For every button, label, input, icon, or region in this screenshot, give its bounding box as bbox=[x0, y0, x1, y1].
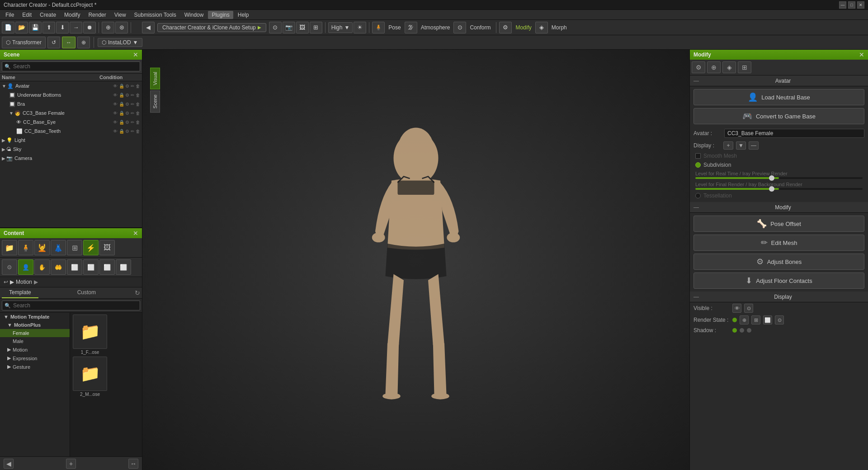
edit-mesh-btn[interactable]: ✏ Edit Mesh bbox=[693, 235, 864, 251]
motion-back-btn[interactable]: ↩ bbox=[4, 279, 8, 285]
modify-icon-btn[interactable]: ⚙ bbox=[499, 22, 512, 33]
display-btn-minus[interactable]: — bbox=[749, 141, 759, 150]
menu-window[interactable]: Window bbox=[181, 11, 208, 19]
display-section-header[interactable]: — Display bbox=[690, 291, 868, 302]
pose-icon-btn[interactable]: 🧍 bbox=[372, 22, 385, 33]
tree-item-eye[interactable]: 👁 CC_Base_Eye 👁 🔒 ⚙ ✏ 🗑 bbox=[0, 118, 142, 127]
instalod-btn[interactable]: ⬡ InstaLOD ▼ bbox=[98, 38, 142, 47]
content-icon-character[interactable]: 🧍 bbox=[18, 240, 33, 255]
thumb-1[interactable]: 📁 1_F...ose bbox=[72, 315, 108, 355]
tree-female[interactable]: Female bbox=[0, 329, 70, 337]
tree-motion[interactable]: ▶ Motion bbox=[0, 345, 70, 354]
smooth-mesh-cb[interactable] bbox=[695, 153, 701, 159]
content-icon-sm2[interactable]: 👤 bbox=[18, 259, 33, 275]
menu-file[interactable]: File bbox=[2, 11, 18, 19]
record-btn[interactable]: ⏺ bbox=[83, 22, 96, 33]
modify-tab-bones[interactable]: ⊕ bbox=[707, 61, 721, 73]
avatar-section-header[interactable]: — Avatar bbox=[690, 75, 868, 86]
import-btn[interactable]: ⬇ bbox=[56, 22, 69, 33]
light-arrow[interactable]: ▶ bbox=[2, 138, 5, 143]
conform-label[interactable]: Conform bbox=[467, 24, 493, 31]
scene-search-input[interactable] bbox=[2, 61, 140, 71]
menu-modify[interactable]: Modify bbox=[61, 11, 84, 19]
thumb-2[interactable]: 📁 2_M...ose bbox=[72, 357, 108, 397]
menu-view[interactable]: View bbox=[111, 11, 130, 19]
cc3base-arrow[interactable]: ▼ bbox=[9, 111, 14, 116]
maximize-btn[interactable]: □ bbox=[848, 1, 855, 9]
open-btn[interactable]: 📂 bbox=[15, 22, 28, 33]
final-slider-thumb[interactable] bbox=[769, 186, 774, 192]
display-btn-plus[interactable]: + bbox=[723, 141, 733, 150]
footer-add-btn[interactable]: + bbox=[66, 459, 76, 469]
content-icon-sm6[interactable]: ⬜ bbox=[83, 259, 99, 275]
display-btn-down[interactable]: ▼ bbox=[736, 141, 746, 150]
tree-item-avatar[interactable]: ▼ 👤 Avatar 👁 🔒 ⚙ ✏ 🗑 bbox=[0, 81, 142, 90]
tree-male[interactable]: Male bbox=[0, 337, 70, 345]
menu-create[interactable]: Create bbox=[36, 11, 60, 19]
transformer-btn[interactable]: ⬡ Transformer bbox=[2, 37, 46, 48]
modify-tab-settings[interactable]: ⚙ bbox=[692, 61, 705, 73]
tree-item-cc3base[interactable]: ▼ 🧑 CC3_Base Female 👁 🔒 ⚙ ✏ 🗑 bbox=[0, 108, 142, 118]
minimize-btn[interactable]: — bbox=[839, 1, 846, 9]
morph-icon-btn[interactable]: ◈ bbox=[535, 22, 548, 33]
load-neutral-btn[interactable]: 👤 Load Neutral Base bbox=[693, 89, 864, 105]
modify-tab-morph[interactable]: ◈ bbox=[722, 61, 736, 73]
tree-item-sky[interactable]: ▶ 🌤 Sky bbox=[0, 145, 142, 154]
subdivision-radio[interactable] bbox=[695, 162, 701, 168]
modify-label[interactable]: Modify bbox=[513, 24, 534, 31]
content-icon-sm5[interactable]: ⬜ bbox=[67, 259, 82, 275]
render-btn3[interactable]: ⬜ bbox=[763, 315, 772, 324]
content-icon-cloth[interactable]: 👗 bbox=[51, 240, 66, 255]
modify-tab-material[interactable]: ⊞ bbox=[738, 61, 751, 73]
tab-custom[interactable]: Custom bbox=[70, 287, 103, 298]
export-btn[interactable]: ⬆ bbox=[42, 22, 55, 33]
avatar-arrow[interactable]: ▼ bbox=[2, 84, 6, 89]
footer-expand-btn[interactable]: ↔ bbox=[128, 459, 138, 469]
new-btn[interactable]: 📄 bbox=[2, 22, 14, 33]
tree-item-underwear[interactable]: 🔲 Underwear Bottoms 👁 🔒 ⚙ ✏ 🗑 bbox=[0, 90, 142, 99]
render-btn4[interactable]: ⊙ bbox=[775, 315, 784, 324]
content-icon-scene[interactable]: 🖼 bbox=[99, 240, 115, 255]
tree-item-light[interactable]: ▶ 💡 Light bbox=[0, 136, 142, 145]
tree-motion-template[interactable]: ▼ Motion Template bbox=[0, 313, 70, 321]
content-panel-close[interactable]: ✕ bbox=[133, 230, 138, 237]
tree-item-bra[interactable]: 🔲 Bra 👁 🔒 ⚙ ✏ 🗑 bbox=[0, 99, 142, 108]
final-slider-track[interactable] bbox=[695, 188, 863, 190]
nav-back-btn[interactable]: ◀ bbox=[142, 22, 155, 33]
tree-expression[interactable]: ▶ Expression bbox=[0, 354, 70, 362]
atmosphere-icon-btn[interactable]: 🌫 bbox=[405, 22, 417, 33]
content-icon-sm1[interactable]: ⚙ bbox=[2, 259, 17, 275]
menu-plugins[interactable]: Plugins bbox=[208, 11, 233, 19]
camera-btn[interactable]: 📷 bbox=[283, 22, 295, 33]
light-btn[interactable]: ☀ bbox=[354, 22, 366, 33]
tab-template[interactable]: Template bbox=[2, 287, 38, 298]
pose-offset-btn[interactable]: 🦴 Pose Offset bbox=[693, 216, 864, 232]
move-btn[interactable]: ↔ bbox=[62, 37, 75, 48]
quality-dropdown[interactable]: High ▼ bbox=[328, 22, 353, 33]
send-btn[interactable]: → bbox=[70, 22, 82, 33]
motion-expand-btn[interactable]: ▶ bbox=[10, 279, 14, 285]
conform-icon-btn[interactable]: ⊙ bbox=[453, 22, 466, 33]
adjust-bones-btn[interactable]: ⚙ Adjust Bones bbox=[693, 254, 864, 270]
content-icon-sm3[interactable]: ✋ bbox=[34, 259, 50, 275]
plugin-badge[interactable]: Character Creator & iClone Auto Setup ▶ bbox=[157, 23, 266, 32]
viewport[interactable] bbox=[142, 50, 689, 470]
content-icon-sm8[interactable]: ⬜ bbox=[116, 259, 131, 275]
tree-motionplus[interactable]: ▼ MotionPlus bbox=[0, 321, 70, 329]
morph-label[interactable]: Morph bbox=[549, 24, 570, 31]
content-icon-sm7[interactable]: ⬜ bbox=[99, 259, 115, 275]
menu-submission-tools[interactable]: Submission Tools bbox=[131, 11, 180, 19]
content-refresh-btn[interactable]: ↻ bbox=[135, 289, 140, 296]
tree-gesture[interactable]: ▶ Gesture bbox=[0, 362, 70, 371]
select-btn[interactable]: ⊛ bbox=[115, 22, 128, 33]
visible-btn1[interactable]: 👁 bbox=[732, 304, 741, 313]
close-btn[interactable]: ✕ bbox=[857, 1, 864, 9]
content-icon-folder[interactable]: 📁 bbox=[2, 240, 17, 255]
content-icon-accessory[interactable]: ⊞ bbox=[67, 240, 82, 255]
content-icon-sm4[interactable]: 🤲 bbox=[51, 259, 66, 275]
render-btn[interactable]: 🖼 bbox=[296, 22, 309, 33]
footer-back-btn[interactable]: ◀ bbox=[4, 459, 14, 469]
menu-render[interactable]: Render bbox=[85, 11, 109, 19]
snap-btn[interactable]: ⊙ bbox=[269, 22, 282, 33]
save-btn[interactable]: 💾 bbox=[29, 22, 42, 33]
